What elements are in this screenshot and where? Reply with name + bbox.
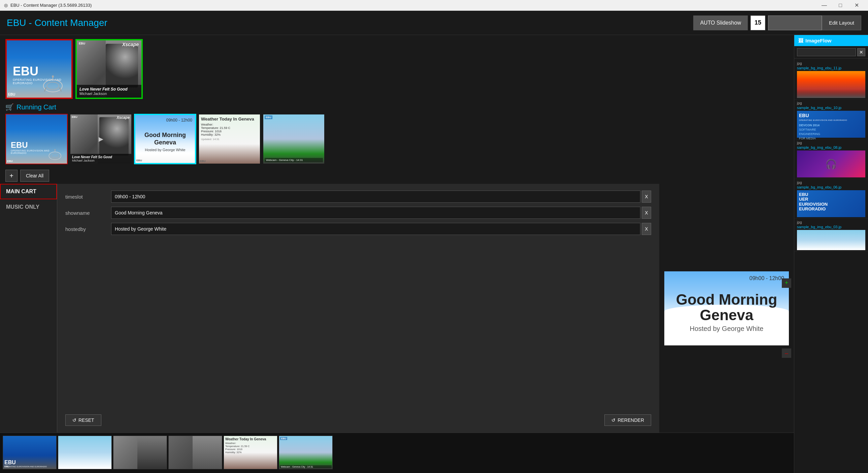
showname-input[interactable] [111, 207, 641, 219]
cart-music-info: Love Never Felt So Good Michael Jackson [70, 154, 131, 164]
imageflow-item-1[interactable]: jpg sample_bg_img_ebu_11.jp [794, 60, 868, 100]
svg-point-0 [43, 80, 62, 92]
timeslot-input[interactable] [111, 191, 641, 203]
window-title: EBU - Content Manager (3.5.5689.26133) [10, 3, 92, 8]
cart-gm-overlay: 09h00 - 12h00 Good MorningGeneva Hosted … [135, 115, 195, 163]
svg-point-3 [52, 75, 54, 77]
music-card-main: EBU Xscape Love Never Felt So Good Micha… [77, 40, 142, 98]
left-area: EBU OPERATING EUROVISION AND EURORADIO E… [0, 35, 794, 473]
webcam-text: Webcam - Geneva City - 14:31 [265, 158, 323, 162]
hostedby-label: hostedby [65, 226, 106, 232]
cart-clear-button[interactable]: Clear All [20, 170, 49, 182]
form-row-timeslot: timeslot X [65, 191, 651, 203]
hostedby-input-wrap: X [111, 223, 651, 235]
rerender-button[interactable]: ↺ RERENDER [604, 414, 651, 426]
close-button[interactable]: ✕ [849, 1, 864, 10]
reset-icon: ↺ [72, 417, 76, 423]
cart-geneva-card: EBU Webcam - Geneva City - 14:31 [263, 115, 324, 164]
preview-area: 09h00 - 12h00 Good Morning Geneva Hosted… [659, 184, 794, 433]
cart-music-card: EBU Xscape ▶ Love Never Felt So Good Mic… [70, 115, 131, 164]
running-cart-label: 🛒 Running Cart [5, 103, 56, 111]
imageflow-search-clear-button[interactable]: ✕ [857, 48, 865, 56]
svg-point-9 [54, 149, 56, 151]
app-title: EBU - Content Manager [7, 18, 693, 28]
svg-point-1 [47, 82, 59, 90]
slideshow-number: 15 [750, 15, 765, 30]
film-thumb-4[interactable] [168, 436, 222, 469]
imageflow-search-input[interactable] [797, 48, 856, 56]
imageflow-item-5[interactable]: jpg sample_bg_img_ebu_03.jp [794, 219, 868, 252]
cart-gm-timeslot: 09h00 - 12h00 [166, 118, 192, 123]
maximize-button[interactable]: □ [833, 1, 848, 10]
app-header: EBU - Content Manager AUTO Slideshow 15 … [0, 11, 868, 35]
hostedby-clear-button[interactable]: X [642, 223, 651, 235]
cart-weather-card: Weather Today In Geneva Weather: Tempera… [199, 115, 260, 164]
auto-slideshow-button[interactable]: AUTO Slideshow [693, 15, 748, 30]
preview-remove-button[interactable]: – [782, 348, 791, 358]
reset-label: RESET [79, 417, 94, 423]
running-cart-text: Running Cart [17, 103, 56, 111]
ebu-card-main: EBU OPERATING EUROVISION AND EURORADIO E… [7, 40, 71, 98]
preview-card: 09h00 - 12h00 Good Morning Geneva Hosted… [664, 271, 789, 345]
cart-controls: + Clear All [0, 168, 794, 184]
svg-point-6 [49, 152, 61, 160]
imageflow-item-3[interactable]: jpg sample_bg_img_ebu_08.jp 🎧 [794, 139, 868, 179]
hostedby-input[interactable] [111, 223, 641, 235]
cart-thumb-weather[interactable]: Weather Today In Geneva Weather: Tempera… [198, 114, 260, 164]
rerender-label: RERENDER [618, 417, 644, 423]
timeslot-label: timeslot [65, 194, 106, 200]
showname-input-wrap: X [111, 207, 651, 219]
cart-thumb-ebu[interactable]: EBU OPERATING EUROVISION AND EURORADIO E… [5, 114, 68, 164]
edit-layout-button[interactable]: Edit Layout [822, 15, 861, 30]
reset-button[interactable]: ↺ RESET [65, 414, 101, 426]
imageflow-label: ImageFlow [805, 38, 832, 43]
showname-label: showname [65, 210, 106, 216]
sidebar-item-main-cart[interactable]: MAIN CART [0, 184, 57, 199]
form-buttons: ↺ RESET ↺ RERENDER [65, 409, 651, 426]
film-thumb-1[interactable]: EBU OPERATING EUROVISION AND EURORADIO E… [3, 436, 57, 469]
cart-thumb-goodmorning[interactable]: 09h00 - 12h00 Good MorningGeneva Hosted … [134, 114, 196, 164]
imageflow-item-2[interactable]: jpg sample_bg_img_ebu_10.jp EBU OPERATIN… [794, 100, 868, 139]
sidebar-item-music-only[interactable]: MUSIC ONLY [0, 199, 57, 215]
imageflow-list: jpg sample_bg_img_ebu_11.jp jpg sample_b… [794, 59, 868, 473]
satellite-icon-small [49, 148, 64, 160]
music-card-info: Love Never Felt So Good Michael Jackson [77, 85, 142, 98]
filmstrip: EBU OPERATING EUROVISION AND EURORADIO E… [0, 433, 794, 473]
slideshow-progress-bar [768, 15, 822, 30]
timeslot-clear-button[interactable]: X [642, 191, 651, 203]
rerender-icon: ↺ [612, 417, 616, 423]
form-row-hostedby: hostedby X [65, 223, 651, 235]
cart-thumb-music[interactable]: EBU Xscape ▶ Love Never Felt So Good Mic… [70, 114, 132, 164]
running-cart-row: 🛒 Running Cart [0, 103, 794, 114]
thumbnail-ebu-main[interactable]: EBU OPERATING EUROVISION AND EURORADIO E… [5, 39, 73, 99]
minimize-button[interactable]: — [817, 1, 832, 10]
imageflow-item-4[interactable]: jpg sample_bg_img_ebu_06.jp EBUUEREURIOV… [794, 179, 868, 219]
imageflow-header: 🖼 ImageFlow [794, 35, 868, 46]
main-layout: EBU OPERATING EUROVISION AND EURORADIO E… [0, 35, 868, 473]
showname-clear-button[interactable]: X [642, 207, 651, 219]
cart-icon: 🛒 [5, 103, 14, 111]
cart-add-button[interactable]: + [5, 170, 18, 182]
film-thumb-5[interactable]: Weather Today In Geneva Weather: Tempera… [223, 436, 277, 469]
thumbnail-music-main[interactable]: EBU Xscape Love Never Felt So Good Micha… [75, 39, 143, 99]
title-bar: ◎ EBU - Content Manager (3.5.5689.26133)… [0, 0, 868, 11]
film-thumb-2[interactable] [58, 436, 112, 469]
cart-ebu-card: EBU OPERATING EUROVISION AND EURORADIO E… [6, 115, 67, 164]
imageflow-search: ✕ [794, 46, 868, 59]
timeslot-input-wrap: X [111, 191, 651, 203]
sidebar-music-only-label: MUSIC ONLY [6, 204, 39, 210]
right-sidebar: 🖼 ImageFlow ✕ jpg sample_bg_img_ebu_11.j… [794, 35, 868, 473]
title-bar-controls: — □ ✕ [817, 1, 864, 10]
ebu-label-cart: EBU [7, 160, 13, 163]
film-thumb-3[interactable]: Xscape [113, 436, 167, 469]
preview-title: Good Morning Geneva [676, 292, 777, 323]
plus-icon: + [785, 279, 788, 286]
cart-thumb-geneva[interactable]: EBU Webcam - Geneva City - 14:31 [262, 114, 325, 164]
top-thumbnails: EBU OPERATING EUROVISION AND EURORADIO E… [0, 35, 794, 103]
preview-timeslot: 09h00 - 12h00 [749, 275, 784, 281]
film-thumb-6[interactable]: EBU Webcam - Geneva City - 14:31 [279, 436, 333, 469]
header-center: AUTO Slideshow 15 [693, 15, 822, 30]
cart-weather-title: Weather Today In Geneva [201, 117, 258, 122]
main-content-bottom: MAIN CART MUSIC ONLY timeslot X showname [0, 184, 794, 433]
title-bar-left: ◎ EBU - Content Manager (3.5.5689.26133) [4, 3, 92, 8]
